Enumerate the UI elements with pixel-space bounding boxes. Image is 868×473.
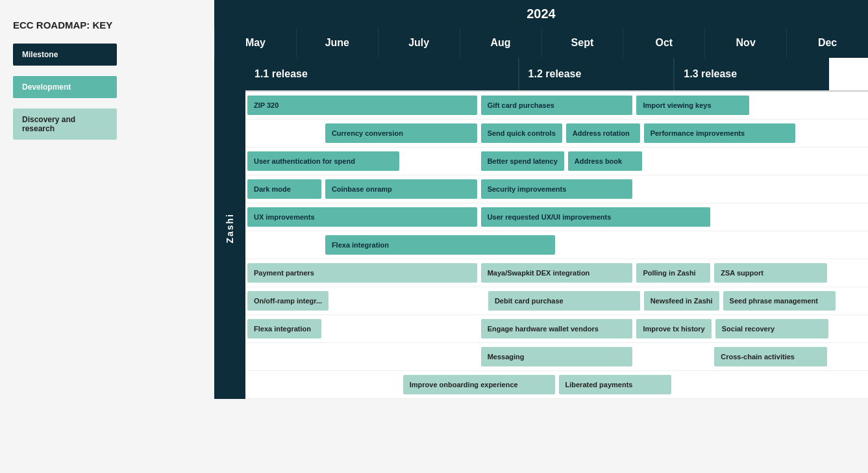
- offramp-span: On/off-ramp integr...: [245, 289, 330, 313]
- security-span: Security improvements: [479, 177, 635, 201]
- zashi-column: Zashi: [214, 58, 245, 399]
- messaging-item: Messaging: [481, 347, 633, 366]
- cross-chain-item: Cross-chain activities: [714, 347, 827, 366]
- month-may: May: [214, 28, 296, 58]
- user-auth-item: User authentication for spend: [247, 151, 399, 171]
- zip320-item: ZIP 320: [247, 96, 477, 115]
- legend-discovery: Discovery and research: [13, 109, 201, 140]
- row-payment: Payment partners Maya/Swapkit DEX integr…: [245, 259, 868, 287]
- payment-partners-span: Payment partners: [245, 261, 479, 285]
- row-currency: Currency conversion Send quick controls …: [245, 120, 868, 147]
- onboarding-span: Improve onboarding experience: [401, 373, 557, 396]
- gift-card-item: Gift card purchases: [481, 96, 633, 115]
- release-spacer: [829, 58, 868, 90]
- year-header: 2024: [214, 0, 868, 28]
- coinbase-item: Coinbase onramp: [325, 179, 477, 199]
- legend-milestone: Milestone: [13, 44, 201, 66]
- import-viewing-span: Import viewing keys: [634, 94, 751, 117]
- month-oct: Oct: [623, 28, 704, 58]
- newsfeed-span: Newsfeed in Zashi: [642, 289, 721, 313]
- flexa-disc-span: Flexa integration: [245, 317, 323, 340]
- user-ux-span: User requested UX/UI improvements: [479, 205, 713, 229]
- release-13: 1.3 release: [673, 58, 829, 90]
- liberated-item: Liberated payments: [559, 375, 672, 394]
- currency-item: Currency conversion: [325, 123, 477, 143]
- coinbase-span: Coinbase onramp: [323, 177, 479, 201]
- zashi-label: Zashi: [225, 213, 235, 244]
- maya-span: Maya/Swapkit DEX integration: [479, 261, 635, 285]
- releases-bar: 1.1 release 1.2 release 1.3 release: [245, 58, 868, 92]
- dark-mode-item: Dark mode: [247, 179, 321, 199]
- debit-card-span: Debit card purchase: [486, 289, 642, 313]
- onboarding-item: Improve onboarding experience: [403, 375, 555, 394]
- row-zip320: ZIP 320 Gift card purchases Import viewi…: [245, 92, 868, 120]
- month-nov: Nov: [704, 28, 786, 58]
- row-messaging: Messaging Cross-chain activities: [245, 343, 868, 371]
- month-dec: Dec: [786, 28, 868, 58]
- address-rotation-item: Address rotation: [566, 123, 640, 143]
- flexa-dev-item: Flexa integration: [325, 235, 555, 255]
- zip320-span: ZIP 320: [245, 94, 479, 117]
- better-spend-span: Better spend latency: [479, 149, 566, 173]
- zsa-span: ZSA support: [712, 261, 829, 285]
- release-12: 1.2 release: [518, 58, 674, 90]
- gift-card-span: Gift card purchases: [479, 94, 635, 117]
- address-book-item: Address book: [568, 151, 642, 171]
- messaging-span: Messaging: [479, 345, 635, 368]
- month-june: June: [296, 28, 378, 58]
- seed-phrase-span: Seed phrase management: [721, 289, 838, 313]
- maya-item: Maya/Swapkit DEX integration: [481, 263, 633, 283]
- offramp-item: On/off-ramp integr...: [247, 291, 329, 311]
- security-item: Security improvements: [481, 179, 633, 199]
- grid-content: 1.1 release 1.2 release 1.3 release: [245, 58, 868, 399]
- send-quick-span: Send quick controls: [479, 121, 564, 145]
- cross-chain-span: Cross-chain activities: [712, 345, 829, 368]
- row-auth: User authentication for spend Better spe…: [245, 147, 868, 175]
- months-row: May June July Aug Sept Oct Nov Dec: [214, 28, 868, 58]
- polling-span: Polling in Zashi: [634, 261, 712, 285]
- social-recovery-item: Social recovery: [715, 319, 828, 339]
- legend-development: Development: [13, 76, 201, 98]
- content-area: Zashi 1.1 release 1.2 release 1.3 releas…: [214, 58, 868, 399]
- import-viewing-item: Import viewing keys: [636, 96, 749, 115]
- send-quick-item: Send quick controls: [481, 123, 562, 143]
- zsa-item: ZSA support: [714, 263, 827, 283]
- row-flexa-dev: Flexa integration: [245, 231, 868, 259]
- row-onboarding: Improve onboarding experience Liberated …: [245, 371, 868, 399]
- ux-improvements-span: UX improvements: [245, 205, 479, 229]
- month-aug: Aug: [460, 28, 541, 58]
- milestone-box: Milestone: [13, 44, 117, 66]
- discovery-box: Discovery and research: [13, 109, 117, 140]
- sidebar: ECC ROADMAP: KEY Milestone Development D…: [0, 0, 214, 473]
- better-spend-item: Better spend latency: [481, 151, 564, 171]
- development-box: Development: [13, 76, 117, 98]
- address-rotation-span: Address rotation: [564, 121, 642, 145]
- month-july: July: [378, 28, 460, 58]
- user-auth-span: User authentication for spend: [245, 149, 401, 173]
- flexa-dev-span: Flexa integration: [323, 233, 557, 257]
- release-11: 1.1 release: [245, 58, 518, 90]
- newsfeed-item: Newsfeed in Zashi: [644, 291, 719, 311]
- perf-improvements-item: Performance improvements: [644, 123, 796, 143]
- row-flexa-disc: Flexa integration Engage hardware wallet…: [245, 315, 868, 343]
- currency-span: Currency conversion: [323, 121, 479, 145]
- address-book-span: Address book: [566, 149, 644, 173]
- seed-phrase-item: Seed phrase management: [723, 291, 836, 311]
- improve-tx-item: Improve tx history: [636, 319, 711, 339]
- roadmap: 2024 May June July Aug Sept Oct Nov Dec …: [214, 0, 868, 473]
- row-offramp: On/off-ramp integr... Debit card purchas…: [245, 287, 868, 315]
- social-recovery-span: Social recovery: [713, 317, 830, 340]
- payment-partners-item: Payment partners: [247, 263, 477, 283]
- perf-improvements-span: Performance improvements: [642, 121, 798, 145]
- row-ux: UX improvements User requested UX/UI imp…: [245, 203, 868, 231]
- liberated-span: Liberated payments: [557, 373, 674, 396]
- row-darkmode: Dark mode Coinbase onramp Security impro…: [245, 175, 868, 203]
- month-sept: Sept: [541, 28, 623, 58]
- flexa-disc-item: Flexa integration: [247, 319, 321, 339]
- improve-tx-span: Improve tx history: [634, 317, 713, 340]
- dark-mode-span: Dark mode: [245, 177, 323, 201]
- ux-improvements-item: UX improvements: [247, 207, 477, 227]
- polling-item: Polling in Zashi: [636, 263, 710, 283]
- sidebar-title: ECC ROADMAP: KEY: [13, 19, 201, 31]
- debit-card-item: Debit card purchase: [488, 291, 640, 311]
